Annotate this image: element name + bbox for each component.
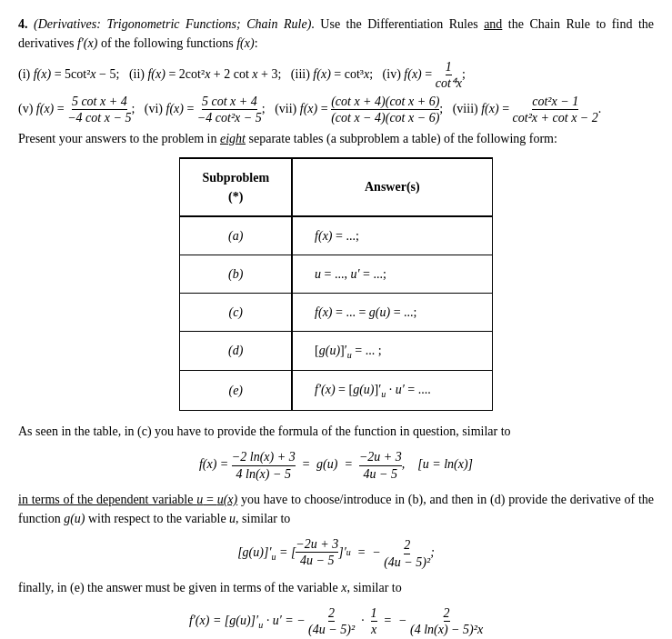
present-instruction: Present your answers to the problem in e… xyxy=(18,129,654,148)
functions-line-2: (v) f(x) = 5 cot x + 4−4 cot x − 5; (vi)… xyxy=(18,95,654,125)
as-seen-section: As seen in the table, in (c) you have to… xyxy=(18,422,654,441)
table-row: (b) u = ..., u′ = ...; xyxy=(180,255,492,293)
row-d-label: (d) xyxy=(180,331,292,371)
problem-number: 4. xyxy=(18,17,28,31)
finally-section: finally, in (e) the answer must be given… xyxy=(18,578,654,597)
table-row: (a) f(x) = ...; xyxy=(180,216,492,255)
gu-derivative-display: [g(u)]′u = [−2u + 34u − 5]′u = − 2(4u − … xyxy=(18,537,654,569)
subproblem-header: Subproblem (*) xyxy=(180,158,292,216)
row-e-answer: f′(x) = [g(u)]′u · u′ = .... xyxy=(292,371,492,411)
fiii-label: (iii) f(x) = cot³x; xyxy=(291,67,379,81)
table-row: (d) [g(u)]′u = ... ; xyxy=(180,331,492,371)
fviii-label: (viii) f(x) = cot²x − 1cot²x + cot x − 2… xyxy=(453,102,602,115)
answer-table: Subproblem (*) Answer(s) (a) f(x) = ...;… xyxy=(179,157,492,412)
fiv-label: (iv) f(x) = 1cot⁴x; xyxy=(383,67,466,81)
row-c-label: (c) xyxy=(180,293,292,331)
row-a-answer: f(x) = ...; xyxy=(292,216,492,255)
functions-line-1: (i) f(x) = 5cot²x − 5; (ii) f(x) = 2cot²… xyxy=(18,60,654,91)
problem-header: 4. (Derivatives: Trigonometric Functions… xyxy=(18,15,654,53)
table-row: (e) f′(x) = [g(u)]′u · u′ = .... xyxy=(180,371,492,411)
row-b-label: (b) xyxy=(180,255,292,293)
row-a-label: (a) xyxy=(180,216,292,255)
table-row: (c) f(x) = ... = g(u) = ...; xyxy=(180,293,492,331)
fvii-label: (vii) f(x) = (cot x + 4)(cot x + 6)(cot … xyxy=(275,102,453,115)
row-c-answer: f(x) = ... = g(u) = ...; xyxy=(292,293,492,331)
fii-label: (ii) f(x) = 2cot²x + 2 cot x + 3; xyxy=(129,67,287,81)
problem-container: 4. (Derivatives: Trigonometric Functions… xyxy=(18,15,654,639)
row-b-answer: u = ..., u′ = ...; xyxy=(292,255,492,293)
answer-header: Answer(s) xyxy=(292,158,492,216)
in-terms-section: in terms of the dependent variable u = u… xyxy=(18,490,654,528)
row-d-answer: [g(u)]′u = ... ; xyxy=(292,331,492,371)
fi-label: (i) f(x) = 5cot²x − 5; xyxy=(18,67,125,81)
fprime-display: f′(x) = [g(u)]′u · u′ = − 2(4u − 5)² · 1… xyxy=(18,606,654,637)
fvi-label: (vi) f(x) = 5 cot x + 4−4 cot²x − 5; xyxy=(145,102,275,115)
row-e-label: (e) xyxy=(180,371,292,411)
problem-title: (Derivatives: Trigonometric Functions; C… xyxy=(34,17,315,31)
fv-label: (v) f(x) = 5 cot x + 4−4 cot x − 5; xyxy=(18,102,145,115)
example-math-display: f(x) = −2 ln(x) + 34 ln(x) − 5 = g(u) = … xyxy=(18,450,654,481)
